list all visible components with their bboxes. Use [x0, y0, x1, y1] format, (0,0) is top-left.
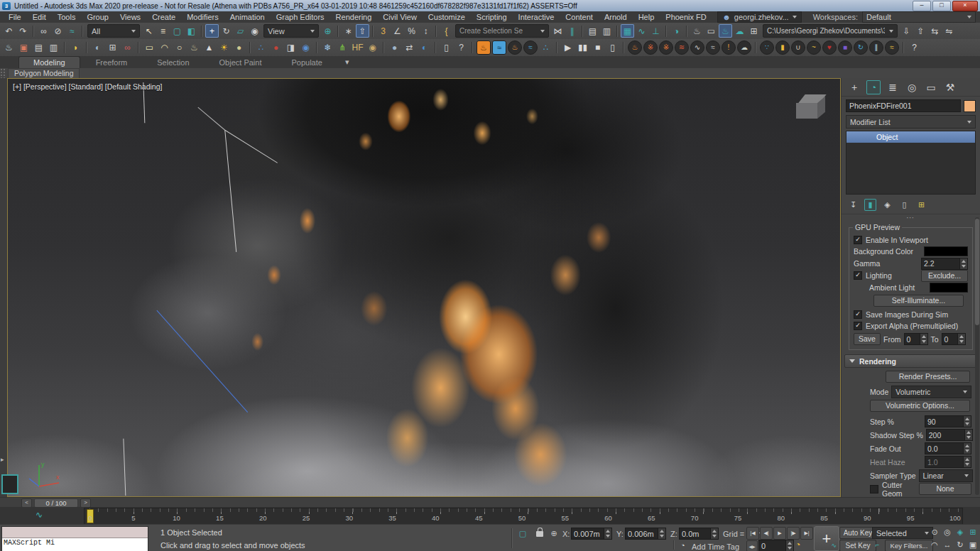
preset-beer-icon[interactable]: ▮ — [775, 40, 790, 55]
macro-recorder-pane[interactable] — [2, 527, 148, 538]
select-and-place-icon[interactable]: ◉ — [248, 24, 261, 38]
show-end-result-icon[interactable]: ▮ — [864, 199, 876, 211]
material-editor-icon[interactable]: ◑ — [670, 24, 683, 38]
named-selection-sets-icon[interactable]: { — [440, 24, 453, 38]
scrollbar-thumb[interactable] — [975, 219, 979, 325]
preset-steam-icon[interactable]: ≈ — [706, 40, 720, 55]
rendering-rollout-header[interactable]: Rendering — [844, 354, 977, 368]
pan-icon[interactable]: ↔ — [942, 539, 953, 550]
snow-icon[interactable]: ❄ — [321, 41, 334, 55]
spinner[interactable] — [920, 334, 927, 344]
menu-modifiers[interactable]: Modifiers — [181, 12, 224, 22]
rendered-frame-window-icon[interactable]: ▭ — [704, 24, 718, 38]
volumetric-options-button[interactable]: Volumetric Options... — [870, 400, 970, 412]
spinner-snap-icon[interactable]: ↕ — [419, 24, 432, 38]
preset-flame-wave-icon[interactable]: ≋ — [675, 40, 689, 55]
set-keys-button[interactable]: +∿ — [814, 526, 839, 551]
sim-stop-icon[interactable]: ■ — [591, 41, 604, 55]
grass-icon[interactable]: ⋔ — [336, 41, 349, 55]
render-setup-icon[interactable]: ♨ — [690, 24, 704, 38]
modify-tab[interactable]: ◔ — [866, 80, 881, 94]
spinner[interactable] — [963, 416, 971, 427]
clipboard-icon[interactable]: ▯ — [440, 41, 453, 55]
rollout-drag-handle[interactable]: ⋯ — [842, 214, 980, 222]
object-color-swatch[interactable] — [964, 100, 976, 112]
vray-light-lister-icon[interactable]: ▤ — [32, 41, 45, 55]
undo-icon[interactable]: ↶ — [2, 24, 16, 38]
redo-icon[interactable]: ↷ — [16, 24, 30, 38]
spinner[interactable] — [604, 528, 611, 539]
close-button[interactable]: × — [952, 1, 978, 11]
key-mode-toggle[interactable]: ◀▶ — [746, 540, 758, 551]
shadow-step-field[interactable]: 200 — [926, 429, 973, 441]
preset-ocean-icon[interactable]: ≈ — [885, 40, 899, 55]
pin-stack-icon[interactable]: ↧ — [847, 199, 859, 211]
tab-object-paint[interactable]: Object Paint — [205, 57, 276, 68]
next-frame-button[interactable]: |▶ — [787, 527, 800, 540]
key-filter-icon[interactable]: ⌐ — [872, 540, 883, 550]
menu-edit[interactable]: Edit — [27, 12, 52, 22]
preset-waterfall-icon[interactable]: ∥ — [869, 40, 883, 55]
preset-fire-icon[interactable]: ♨ — [628, 40, 642, 55]
spinner[interactable] — [957, 334, 965, 344]
sim-pause-icon[interactable]: ▮▮ — [576, 41, 589, 55]
preset-blood-icon[interactable]: ♥ — [822, 40, 837, 55]
tab-freeform[interactable]: Freeform — [82, 57, 142, 68]
menu-scripting[interactable]: Scripting — [471, 12, 513, 22]
maxscript-mini-listener[interactable]: MAXScript Mi — [1, 526, 148, 551]
angle-snap-icon[interactable]: ∠ — [391, 24, 404, 38]
preset-fire-hands-icon[interactable]: ※ — [659, 40, 673, 55]
menu-help[interactable]: Help — [633, 12, 660, 22]
menu-graph-editors[interactable]: Graph Editors — [271, 12, 330, 22]
zoom-extents-all-icon[interactable]: ⊞ — [967, 526, 979, 538]
maximize-viewport-icon[interactable]: ▣ — [967, 539, 979, 550]
exclude-button[interactable]: Exclude... — [921, 270, 968, 282]
rectangular-selection-icon[interactable]: ▢ — [170, 24, 184, 38]
menu-views[interactable]: Views — [114, 12, 146, 22]
spinner[interactable] — [959, 258, 967, 269]
camera-lister-icon[interactable]: ◐ — [91, 41, 104, 55]
utilities-tab[interactable]: ⚒ — [943, 80, 957, 94]
preset-coffee-icon[interactable]: ∪ — [791, 40, 805, 55]
scatter-icon[interactable]: ∴ — [254, 41, 268, 55]
preset-ink-icon[interactable]: ■ — [838, 40, 852, 55]
tab-selection[interactable]: Selection — [143, 57, 203, 68]
x-coordinate-field[interactable]: 0.007m — [571, 528, 612, 538]
previous-frame-button[interactable]: ◀| — [760, 527, 773, 540]
fade-out-field[interactable]: 0.0 — [925, 442, 971, 454]
camera-sequencer-icon[interactable]: ⊞ — [106, 41, 119, 55]
save-images-checkbox[interactable]: ✓ — [854, 310, 862, 319]
phoenix-fire-sim-icon[interactable]: ♨ — [477, 40, 491, 55]
select-and-move-icon[interactable]: + — [205, 24, 219, 38]
perspective-viewport[interactable]: [+] [Perspective] [Standard] [Default Sh… — [7, 78, 841, 497]
menu-file[interactable]: File — [3, 12, 27, 22]
zoom-icon[interactable]: ⊙ — [929, 526, 940, 538]
phoenix-liquid-sim-icon[interactable]: ≈ — [492, 40, 506, 55]
spinner[interactable] — [785, 540, 793, 551]
save-to-field[interactable]: 0 — [942, 333, 966, 345]
self-illuminate-button[interactable]: Self-Illuminate... — [873, 295, 964, 307]
phoenix-particles-icon[interactable]: ∴ — [539, 41, 552, 55]
mini-curve-editor-icon[interactable]: ∿ — [36, 510, 43, 520]
align-icon[interactable]: ∥ — [565, 24, 579, 38]
spinner[interactable] — [964, 430, 972, 440]
set-key-button[interactable]: Set Key — [839, 540, 876, 551]
reference-coordinate-dropdown[interactable]: View — [263, 24, 319, 38]
snaps-toggle-3d-icon[interactable]: 3 — [376, 24, 390, 38]
preset-chocolate-icon[interactable]: ~ — [807, 40, 821, 55]
viewport-layout-tab[interactable] — [1, 474, 18, 494]
render-presets-button[interactable]: Render Presets... — [886, 371, 970, 383]
menu-customize[interactable]: Customize — [423, 12, 471, 22]
schematic-view-icon[interactable]: ⊥ — [649, 24, 663, 38]
render-in-cloud-icon[interactable]: ☁ — [733, 24, 746, 38]
select-by-name-icon[interactable]: ≡ — [156, 24, 170, 38]
command-panel-scrollbar[interactable] — [975, 217, 979, 495]
matte-sphere-icon[interactable]: ◐ — [418, 41, 431, 55]
zoom-all-icon[interactable]: ◎ — [942, 526, 953, 538]
menu-civil-view[interactable]: Civil View — [377, 12, 422, 22]
asset-settings-icon[interactable]: ⇋ — [942, 24, 956, 38]
selection-set-dropdown[interactable]: Create Selection Se — [455, 24, 549, 38]
y-coordinate-field[interactable]: 0.006m — [625, 528, 666, 538]
layer-explorer-icon[interactable]: ▥ — [600, 24, 614, 38]
menu-create[interactable]: Create — [146, 12, 181, 22]
